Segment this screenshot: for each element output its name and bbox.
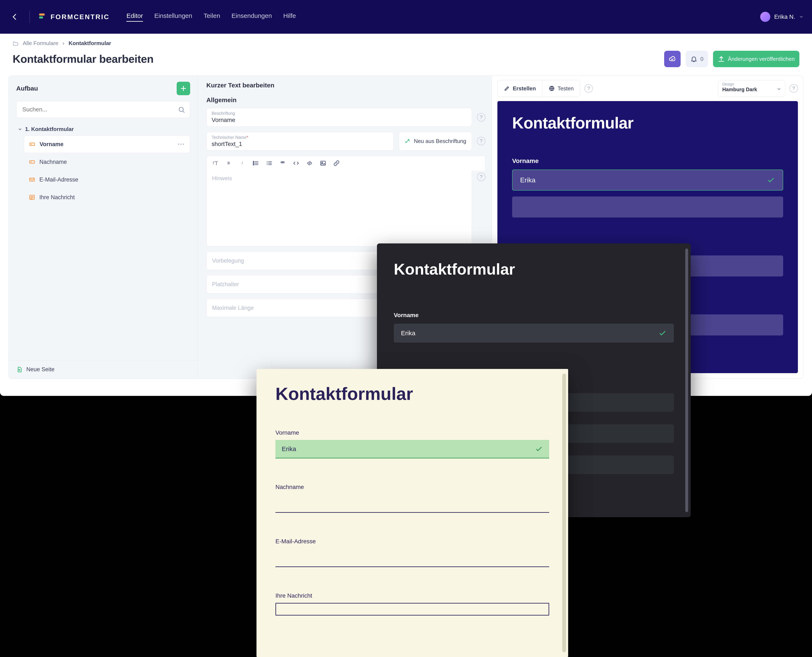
titlebar: Kontaktformular bearbeiten 0 Änderungen … bbox=[0, 49, 812, 76]
label-field-value: Vorname bbox=[212, 117, 467, 123]
breadcrumb-current: Kontaktformular bbox=[68, 40, 111, 47]
preview-dark-field[interactable]: Erika bbox=[394, 324, 674, 343]
preview-cream-title: Kontaktformular bbox=[275, 384, 549, 404]
check-icon bbox=[658, 329, 667, 337]
brand-logo[interactable]: FORMCENTRIC bbox=[38, 12, 109, 21]
help-preview-mode[interactable]: ? bbox=[584, 84, 593, 93]
svg-point-7 bbox=[253, 164, 254, 165]
nav-share[interactable]: Teilen bbox=[204, 12, 220, 22]
rte-quote[interactable] bbox=[279, 160, 286, 167]
rte-numbers[interactable] bbox=[266, 160, 273, 167]
default-value-placeholder: Vorbelegung bbox=[212, 257, 244, 264]
check-icon bbox=[767, 176, 775, 184]
breadcrumb-root[interactable]: Alle Formulare bbox=[23, 40, 58, 47]
tree-item-label: Nachname bbox=[39, 159, 67, 165]
preview-navy-title: Kontaktformular bbox=[512, 114, 783, 132]
rte-italic[interactable]: I bbox=[239, 160, 246, 167]
rte-code[interactable] bbox=[292, 160, 300, 167]
publish-button[interactable]: Änderungen veröffentlichen bbox=[713, 51, 800, 67]
preview-dark-field-label: Vorname bbox=[394, 312, 674, 319]
maxlength-placeholder: Maximale Länge bbox=[212, 305, 254, 311]
page-actions: 0 Änderungen veröffentlichen bbox=[664, 51, 800, 67]
page-plus-icon bbox=[16, 366, 23, 373]
new-from-label-button[interactable]: Neu aus Beschriftung bbox=[399, 132, 472, 151]
rte-embed[interactable] bbox=[306, 160, 313, 167]
help-design[interactable]: ? bbox=[789, 84, 798, 93]
tab-edit-label: Erstellen bbox=[513, 85, 536, 92]
back-button[interactable] bbox=[8, 11, 21, 23]
notifications-count: 0 bbox=[700, 56, 703, 62]
breadcrumb-row: Alle Formulare › Kontaktformular bbox=[0, 34, 812, 49]
brand-text: FORMCENTRIC bbox=[51, 13, 109, 21]
rte-link[interactable] bbox=[333, 160, 340, 167]
preview-cream-label-0: Vorname bbox=[275, 430, 549, 436]
help-label[interactable]: ? bbox=[477, 113, 485, 121]
avatar bbox=[760, 12, 770, 22]
tab-edit[interactable]: Erstellen bbox=[498, 80, 543, 97]
preview-cream-input-2[interactable] bbox=[275, 548, 549, 567]
rte-image[interactable] bbox=[319, 160, 327, 167]
nav-settings[interactable]: Einstellungen bbox=[154, 12, 192, 22]
rte-toolbar: TT B I bbox=[206, 156, 485, 171]
preview-navy-field[interactable]: Erika bbox=[512, 170, 783, 191]
tab-test[interactable]: Testen bbox=[543, 80, 580, 97]
label-field[interactable]: Beschriftung Vorname bbox=[206, 108, 472, 126]
tree-item-nachricht[interactable]: Ihre Nachricht bbox=[24, 188, 190, 206]
tree-root-label: 1. Kontaktformular bbox=[25, 126, 74, 132]
code-icon bbox=[292, 160, 300, 167]
tree-item-label: Vorname bbox=[40, 141, 64, 148]
nav-submissions[interactable]: Einsendungen bbox=[232, 12, 272, 22]
svg-rect-3 bbox=[30, 178, 34, 181]
structure-tree: 1. Kontaktformular Vorname ··· Nachname bbox=[9, 123, 198, 360]
preview-navy-blank-1[interactable] bbox=[512, 196, 783, 218]
main-nav: Editor Einstellungen Teilen Einsendungen… bbox=[126, 12, 296, 22]
scrollbar[interactable] bbox=[562, 374, 566, 652]
preview-cream-input-1[interactable] bbox=[275, 494, 549, 513]
help-hint[interactable]: ? bbox=[477, 173, 485, 181]
rte-bullets[interactable] bbox=[252, 160, 259, 167]
tree-item-nachname[interactable]: Nachname bbox=[24, 153, 190, 171]
hint-textarea[interactable]: Hinweis bbox=[206, 171, 472, 246]
preview-navy-field-label: Vorname bbox=[512, 157, 783, 165]
bullet-list-icon bbox=[252, 160, 259, 167]
rte-bold[interactable]: B bbox=[225, 160, 232, 167]
topbar: FORMCENTRIC Editor Einstellungen Teilen … bbox=[0, 0, 812, 34]
save-cloud-button[interactable] bbox=[664, 51, 681, 67]
design-value: Hamburg Dark bbox=[722, 87, 775, 92]
notifications-button[interactable]: 0 bbox=[686, 51, 708, 67]
bell-icon bbox=[690, 55, 697, 62]
help-techname[interactable]: ? bbox=[477, 137, 485, 145]
chevron-down-icon bbox=[18, 127, 22, 131]
preview-dark-title: Kontaktformular bbox=[394, 260, 674, 278]
user-menu[interactable]: Erika N. bbox=[760, 12, 804, 22]
tree-item-label: E-Mail-Adresse bbox=[39, 176, 78, 183]
design-select[interactable]: Design Hamburg Dark bbox=[718, 80, 785, 97]
search-icon bbox=[178, 106, 185, 113]
tree-item-vorname[interactable]: Vorname ··· bbox=[24, 135, 190, 153]
techname-field[interactable]: Technischer Name* shortText_1 bbox=[206, 132, 394, 151]
preview-cream-label-2: E-Mail-Adresse bbox=[275, 538, 549, 545]
new-from-label-text: Neu aus Beschriftung bbox=[414, 138, 466, 145]
preview-cream-textarea[interactable] bbox=[275, 603, 549, 615]
short-text-icon bbox=[29, 141, 35, 147]
number-list-icon bbox=[266, 160, 273, 167]
tree-item-email[interactable]: E-Mail-Adresse bbox=[24, 171, 190, 188]
image-icon bbox=[319, 160, 327, 167]
structure-panel: Aufbau 1. Kontaktformular bbox=[8, 76, 198, 379]
page-title: Kontaktformular bearbeiten bbox=[12, 53, 154, 65]
preview-cream-input-0[interactable]: Erika bbox=[275, 440, 549, 458]
folder-icon bbox=[12, 40, 19, 46]
structure-search bbox=[16, 101, 190, 118]
rte-textsize[interactable]: TT bbox=[212, 160, 219, 167]
arrow-left-icon bbox=[11, 13, 19, 21]
add-element-button[interactable] bbox=[177, 82, 190, 95]
new-page-button[interactable]: Neue Seite bbox=[9, 360, 198, 378]
search-input[interactable] bbox=[16, 101, 190, 118]
globe-icon bbox=[549, 86, 555, 91]
tree-root[interactable]: 1. Kontaktformular bbox=[16, 123, 190, 135]
nav-editor[interactable]: Editor bbox=[126, 12, 143, 22]
scrollbar[interactable] bbox=[685, 249, 688, 512]
plus-icon bbox=[180, 85, 187, 92]
tree-item-menu[interactable]: ··· bbox=[178, 141, 185, 148]
nav-help[interactable]: Hilfe bbox=[283, 12, 296, 22]
